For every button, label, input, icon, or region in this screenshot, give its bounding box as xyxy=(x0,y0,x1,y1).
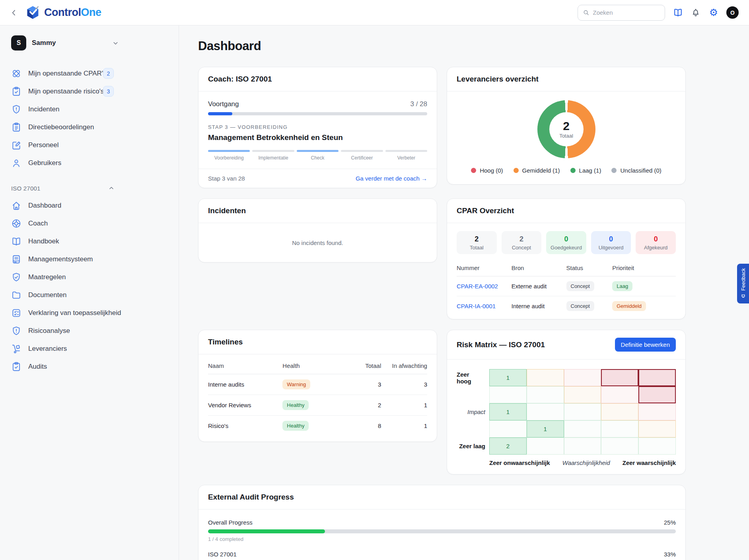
step-counter: Stap 3 van 28 xyxy=(208,175,245,182)
shield-check-icon xyxy=(11,272,21,282)
sidebar-item-gebruikers[interactable]: Gebruikers xyxy=(11,154,167,172)
phase-implementatie: Implementatie xyxy=(252,150,294,161)
user-icon xyxy=(11,158,21,168)
sidebar-item-verklaring-van-toepasselijkheid[interactable]: Verklaring van toepasselijkheid xyxy=(11,304,167,322)
risk-matrix-cell xyxy=(638,438,676,455)
sidebar-item-dashboard[interactable]: Dashboard xyxy=(11,196,167,214)
coach-progress-bar xyxy=(208,112,427,115)
sidebar-item-label: Directiebeoordelingen xyxy=(28,123,94,131)
sidebar-item-label: Mijn openstaande CPAR's xyxy=(28,70,107,78)
sidebar-item-audits[interactable]: Audits xyxy=(11,358,167,375)
risk-matrix-cell xyxy=(601,438,638,455)
cpar-card-title: CPAR Overzicht xyxy=(457,206,514,215)
feedback-label: Feedback xyxy=(740,268,746,291)
search-input[interactable] xyxy=(593,9,660,16)
search-box[interactable] xyxy=(578,5,665,21)
sidebar-item-label: Verklaring van toepasselijkheid xyxy=(28,309,121,317)
x-axis-title: Waarschijnlijkheid xyxy=(562,459,610,466)
workspace-selector[interactable]: S Sammy xyxy=(11,34,167,52)
sidebar-item-label: Audits xyxy=(28,363,47,371)
sidebar-item-leveranciers[interactable]: Leveranciers xyxy=(11,340,167,358)
incidents-card: Incidenten No incidents found. xyxy=(198,198,437,262)
step-title: Management Betrokkenheid en Steun xyxy=(208,133,427,142)
health-badge: Healthy xyxy=(282,400,309,410)
sidebar-item-personeel[interactable]: Personeel xyxy=(11,136,167,154)
risk-matrix-cell xyxy=(527,403,564,420)
y-label-bottom: Zeer laag xyxy=(457,438,489,455)
sidebar-item-documenten[interactable]: Documenten xyxy=(11,286,167,304)
legend-dot xyxy=(514,168,519,173)
risk-matrix-cell xyxy=(601,403,638,420)
sidebar-item-label: Mijn openstaande risico's xyxy=(28,88,104,95)
timelines-table-header: NaamHealthTotaalIn afwachting xyxy=(208,356,427,374)
sidebar-item-maatregelen[interactable]: Maatregelen xyxy=(11,268,167,286)
sidebar-section-iso27001[interactable]: ISO 27001 xyxy=(11,183,167,193)
risk-matrix-y-axis: Zeer hoog Impact Zeer laag xyxy=(457,369,489,455)
edit-definition-button[interactable]: Definitie bewerken xyxy=(615,338,676,352)
risk-matrix-cell xyxy=(527,386,564,403)
step-kicker: STAP 3 — VOORBEREIDING xyxy=(208,124,427,130)
sidebar-item-mijn-openstaande-risicos[interactable]: Mijn openstaande risico's 3 xyxy=(11,82,167,100)
sidebar-item-incidenten[interactable]: Incidenten xyxy=(11,100,167,118)
risk-matrix-cell xyxy=(638,420,676,438)
coach-progress-fill xyxy=(208,112,232,115)
book-open-icon xyxy=(673,8,683,18)
brand-logo[interactable]: ControlOne xyxy=(25,5,101,20)
notifications-button[interactable] xyxy=(691,8,701,18)
risk-matrix-cell xyxy=(601,369,638,386)
user-avatar[interactable]: O xyxy=(726,6,739,19)
settings-button[interactable]: ⚙ xyxy=(708,8,719,18)
risk-matrix-cell xyxy=(564,403,601,420)
docs-book-button[interactable] xyxy=(673,8,683,18)
overall-progress-pct: 25% xyxy=(664,519,676,526)
risk-matrix-cell xyxy=(638,369,676,386)
coach-card-title: Coach: ISO 27001 xyxy=(208,75,272,84)
sidebar: S Sammy Mijn openstaande CPAR's 2 Mijn o… xyxy=(0,25,179,560)
sidebar-item-handboek[interactable]: Handboek xyxy=(11,232,167,250)
brand-name: ControlOne xyxy=(44,6,101,19)
topbar: ControlOne ⚙ O xyxy=(0,0,749,25)
status-badge: Concept xyxy=(566,281,594,291)
sidebar-item-label: Personeel xyxy=(28,141,59,149)
donut-total-label: Totaal xyxy=(559,133,573,139)
external-audit-card: External Audit Progress Overall Progress… xyxy=(198,485,686,560)
phase-check: Check xyxy=(297,150,339,161)
sidebar-item-risicoanalyse[interactable]: Risicoanalyse xyxy=(11,322,167,340)
risk-matrix-cell xyxy=(638,403,676,420)
sidebar-item-label: Managementsysteem xyxy=(28,255,93,263)
continue-coach-link[interactable]: Ga verder met de coach → xyxy=(356,175,427,182)
risk-matrix-cell xyxy=(564,420,601,438)
risk-matrix-cell: 2 xyxy=(489,438,527,455)
risk-matrix-cell xyxy=(564,438,601,455)
feedback-tab[interactable]: Feedback xyxy=(737,264,749,303)
note-pencil-icon xyxy=(11,140,21,150)
stat-afgekeurd: 0Afgekeurd xyxy=(636,231,676,254)
sidebar-item-mijn-openstaande-cpars[interactable]: Mijn openstaande CPAR's 2 xyxy=(11,64,167,82)
sidebar-item-label: Coach xyxy=(28,220,48,228)
overall-progress-fill xyxy=(208,529,325,533)
iso-progress-pct: 33% xyxy=(664,551,676,558)
back-button[interactable] xyxy=(8,7,20,19)
legend-item-gemiddeld: Gemiddeld (1) xyxy=(514,167,560,174)
bug-icon xyxy=(741,294,746,299)
risk-matrix-grid: 1112 xyxy=(489,369,676,455)
sidebar-item-managementsysteem[interactable]: Managementsysteem xyxy=(11,250,167,268)
incidents-empty-text: No incidents found. xyxy=(292,239,343,246)
table-row: Interne audits Warning 3 3 xyxy=(208,374,427,395)
sidebar-item-label: Handboek xyxy=(28,237,59,245)
cpar-number-link[interactable]: CPAR-EA-0002 xyxy=(457,283,512,290)
cpar-number-link[interactable]: CPAR-IA-0001 xyxy=(457,303,512,309)
stat-goedgekeurd: 0Goedgekeurd xyxy=(546,231,586,254)
y-axis-title: Impact xyxy=(457,403,489,420)
lifebuoy-icon xyxy=(11,218,21,229)
sidebar-item-coach[interactable]: Coach xyxy=(11,214,167,232)
sidebar-item-label: Incidenten xyxy=(28,105,59,113)
timelines-card: Timelines NaamHealthTotaalIn afwachting … xyxy=(198,330,437,442)
shield-alert-icon xyxy=(11,326,21,336)
table-row: Vendor Reviews Healthy 2 1 xyxy=(208,395,427,416)
cpar-table: NummerBronStatusPrioriteit CPAR-EA-0002 … xyxy=(457,261,676,316)
risk-matrix-cell: 1 xyxy=(527,420,564,438)
risk-matrix-cell xyxy=(489,420,527,438)
chevron-left-icon xyxy=(10,9,18,17)
sidebar-item-directiebeoordelingen[interactable]: Directiebeoordelingen xyxy=(11,118,167,136)
